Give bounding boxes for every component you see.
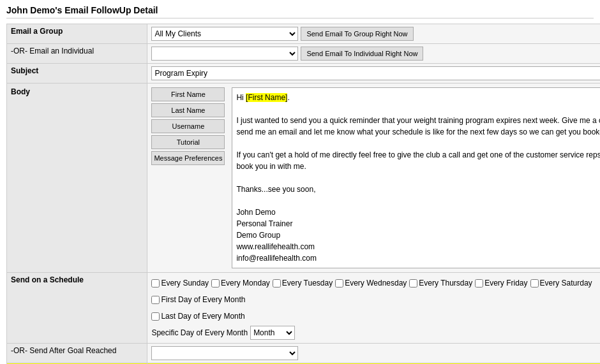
insert-buttons-panel: First Name Last Name Username Tutorial M…	[151, 87, 228, 268]
insert-tutorial-button[interactable]: Tutorial	[151, 135, 225, 149]
specific-day-text: Specific Day of Every Month	[151, 325, 248, 340]
email-group-label: Email a Group	[7, 24, 147, 44]
body-text-area[interactable]: Hi [First Name]. I just wanted to send y…	[232, 87, 600, 268]
saturday-label[interactable]: Every Saturday	[530, 275, 592, 291]
email-individual-content: Send Email To Individual Right Now	[147, 44, 600, 64]
subject-content	[147, 64, 600, 84]
insert-message-preferences-button[interactable]: Message Preferences	[151, 151, 225, 165]
schedule-content: Every Sunday Every Monday Every Tuesday …	[147, 273, 600, 344]
insert-last-name-button[interactable]: Last Name	[151, 103, 225, 117]
wednesday-checkbox[interactable]	[335, 279, 343, 288]
page-title: John Demo's Email FollowUp Detail	[6, 5, 594, 18]
thursday-checkbox[interactable]	[409, 279, 417, 288]
send-email-group-button[interactable]: Send Email To Group Right Now	[301, 27, 413, 41]
sunday-label[interactable]: Every Sunday	[151, 275, 209, 291]
monday-checkbox[interactable]	[211, 279, 220, 288]
body-content: First Name Last Name Username Tutorial M…	[147, 84, 600, 273]
wednesday-label[interactable]: Every Wednesday	[335, 275, 407, 291]
email-individual-label: -OR- Email an Individual	[7, 44, 147, 64]
subject-label: Subject	[7, 64, 147, 84]
insert-first-name-button[interactable]: First Name	[151, 87, 225, 101]
last-day-checkbox[interactable]	[151, 312, 160, 321]
first-day-checkbox[interactable]	[151, 296, 160, 304]
goal-reached-dropdown[interactable]	[151, 346, 298, 360]
first-day-label[interactable]: First Day of Every Month	[151, 292, 245, 307]
saturday-checkbox[interactable]	[530, 279, 539, 288]
goal-reached-label: -OR- Send After Goal Reached	[7, 344, 147, 363]
insert-username-button[interactable]: Username	[151, 119, 225, 133]
friday-checkbox[interactable]	[475, 279, 483, 288]
goal-reached-content	[147, 344, 600, 363]
sunday-checkbox[interactable]	[151, 279, 160, 288]
email-group-content: All My Clients Active Clients Inactive C…	[147, 24, 600, 44]
first-name-placeholder: [First Name]	[246, 93, 287, 102]
monday-label[interactable]: Every Monday	[211, 275, 270, 291]
thursday-label[interactable]: Every Thursday	[409, 275, 472, 291]
body-label: Body	[7, 84, 147, 273]
send-email-individual-button[interactable]: Send Email To Individual Right Now	[301, 47, 423, 61]
friday-label[interactable]: Every Friday	[475, 275, 527, 291]
email-group-dropdown[interactable]: All My Clients Active Clients Inactive C…	[151, 27, 298, 41]
tuesday-checkbox[interactable]	[273, 279, 281, 288]
subject-input[interactable]	[151, 66, 600, 80]
specific-day-dropdown[interactable]: Month 1234 5678 9101112	[250, 326, 295, 340]
schedule-label: Send on a Schedule	[7, 273, 147, 344]
email-individual-dropdown[interactable]	[151, 47, 298, 61]
tuesday-label[interactable]: Every Tuesday	[273, 275, 333, 291]
last-day-label[interactable]: Last Day of Every Month	[151, 309, 244, 324]
